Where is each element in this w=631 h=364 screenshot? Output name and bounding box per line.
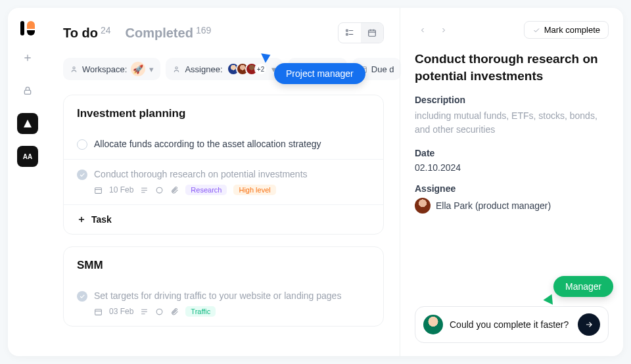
assignee-label: Assignee bbox=[415, 183, 609, 194]
detail-panel: Mark complete Conduct thorough research … bbox=[400, 8, 623, 356]
send-button[interactable] bbox=[578, 313, 600, 336]
person-icon bbox=[70, 65, 78, 74]
list-view-button[interactable] bbox=[339, 23, 361, 43]
svg-point-4 bbox=[73, 66, 75, 68]
badge-project-manager: Project manager bbox=[274, 63, 365, 84]
group-title: SMM bbox=[64, 247, 383, 281]
assignee-avatars: +2 bbox=[227, 62, 268, 76]
left-rail: AA bbox=[8, 8, 47, 356]
description-text: including mutual funds, ETFs, stocks, bo… bbox=[415, 109, 609, 136]
text-icon bbox=[140, 307, 149, 316]
add-button[interactable] bbox=[17, 47, 38, 68]
rocket-icon: 🚀 bbox=[131, 62, 145, 76]
svg-rect-10 bbox=[95, 309, 102, 315]
svg-point-11 bbox=[157, 309, 163, 315]
svg-rect-0 bbox=[24, 90, 30, 94]
task-meta: 10 Feb Research High level bbox=[94, 185, 370, 195]
svg-rect-8 bbox=[95, 187, 102, 193]
svg-rect-2 bbox=[346, 34, 348, 35]
assignee-name: Ella Park (product manager) bbox=[436, 200, 551, 211]
nav-item-1[interactable] bbox=[17, 113, 38, 134]
date-label: Date bbox=[415, 148, 609, 158]
app-logo bbox=[20, 21, 35, 35]
calendar-icon bbox=[94, 307, 103, 316]
view-toggle bbox=[338, 22, 384, 43]
commenter-avatar bbox=[423, 315, 443, 334]
group-title: Investment planning bbox=[64, 95, 383, 129]
date-value: 02.10.2024 bbox=[415, 162, 609, 173]
comment-input[interactable]: Could you complete it faster? bbox=[450, 319, 571, 330]
tab-completed[interactable]: Completed 169 bbox=[126, 26, 212, 41]
add-task-button[interactable]: Task bbox=[64, 204, 383, 234]
person-icon bbox=[172, 65, 181, 74]
task-meta: 03 Feb Traffic bbox=[94, 306, 370, 317]
chevron-down-icon: ▾ bbox=[149, 64, 154, 74]
task-row[interactable]: Allocate funds according to the asset al… bbox=[64, 129, 383, 159]
text-icon bbox=[140, 186, 149, 194]
task-group: SMM Set targets for driving traffic to y… bbox=[63, 246, 384, 327]
comment-icon bbox=[155, 307, 164, 316]
lock-icon[interactable] bbox=[17, 80, 38, 101]
task-group: Investment planning Allocate funds accor… bbox=[63, 95, 384, 235]
panel-title: Conduct thorough research on potential i… bbox=[415, 51, 609, 84]
filter-workspace[interactable]: Workspace: 🚀 ▾ bbox=[63, 58, 160, 80]
checkbox-checked[interactable] bbox=[77, 170, 87, 180]
task-row[interactable]: Conduct thorough research on potential i… bbox=[64, 159, 383, 204]
comment-icon bbox=[155, 186, 164, 194]
nav-item-text[interactable]: AA bbox=[17, 146, 38, 167]
svg-rect-1 bbox=[346, 30, 348, 31]
next-button[interactable] bbox=[436, 22, 452, 38]
comment-box: Could you complete it faster? bbox=[415, 306, 609, 343]
attachment-icon bbox=[170, 186, 179, 194]
attachment-icon bbox=[170, 307, 179, 316]
description-label: Description bbox=[415, 95, 609, 105]
svg-point-5 bbox=[175, 66, 177, 68]
assignee-avatar bbox=[415, 198, 431, 214]
badge-manager: Manager bbox=[553, 276, 613, 297]
checkbox-checked[interactable] bbox=[77, 291, 87, 302]
checkbox-empty[interactable] bbox=[77, 139, 87, 150]
svg-rect-3 bbox=[369, 30, 376, 36]
calendar-view-button[interactable] bbox=[361, 23, 383, 43]
prev-button[interactable] bbox=[415, 22, 431, 38]
main-column: To do 24 Completed 169 Workspace: 🚀 bbox=[47, 8, 400, 356]
mark-complete-button[interactable]: Mark complete bbox=[524, 21, 609, 39]
task-row[interactable]: Set targets for driving traffic to your … bbox=[64, 281, 383, 326]
tab-todo[interactable]: To do 24 bbox=[63, 26, 111, 41]
svg-point-9 bbox=[157, 187, 163, 193]
calendar-icon bbox=[94, 186, 103, 194]
